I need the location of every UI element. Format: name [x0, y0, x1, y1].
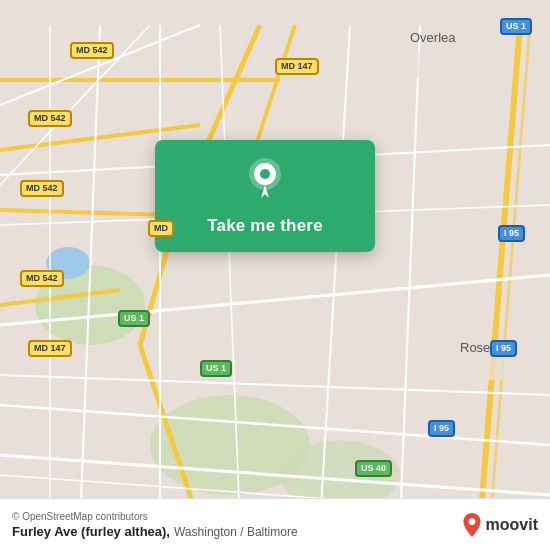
moovit-pin-icon	[462, 513, 482, 537]
road-badge-i95-bot2: I 95	[428, 420, 455, 437]
bottom-bar: © OpenStreetMap contributors Furley Ave …	[0, 498, 550, 550]
road-badge-i95-right: I 95	[498, 225, 525, 242]
road-badge-i95-bottom: I 95	[490, 340, 517, 357]
take-me-there-button[interactable]: Take me there	[155, 140, 375, 252]
road-badge-md-mid: MD	[148, 220, 174, 237]
road-badge-us1-mid: US 1	[118, 310, 150, 327]
moovit-logo: moovit	[462, 513, 538, 537]
svg-point-35	[468, 518, 475, 525]
svg-point-34	[260, 169, 270, 179]
svg-rect-30	[400, 53, 500, 78]
road-badge-us1-top: US 1	[500, 18, 532, 35]
road-badge-md542-3: MD 542	[20, 180, 64, 197]
map-container: Overlea Rosedale Take me there US 1MD 54…	[0, 0, 550, 550]
road-badge-us1-mid2: US 1	[200, 360, 232, 377]
map-background	[0, 0, 550, 550]
svg-rect-31	[440, 355, 540, 380]
road-badge-md542-1: MD 542	[70, 42, 114, 59]
road-badge-us40: US 40	[355, 460, 392, 477]
moovit-text: moovit	[486, 516, 538, 534]
road-badge-md147: MD 147	[275, 58, 319, 75]
take-me-there-label: Take me there	[207, 216, 323, 236]
overlea-label: Overlea	[410, 30, 456, 45]
road-badge-md147-bot: MD 147	[28, 340, 72, 357]
bottom-left-info: © OpenStreetMap contributors Furley Ave …	[12, 511, 298, 539]
road-badge-md542-4: MD 542	[20, 270, 64, 287]
copyright-text: © OpenStreetMap contributors	[12, 511, 298, 522]
location-subtitle: Washington / Baltimore	[174, 525, 298, 539]
location-pin-icon	[247, 158, 283, 206]
road-badge-md542-2: MD 542	[28, 110, 72, 127]
location-title: Furley Ave (furley althea),	[12, 524, 170, 539]
